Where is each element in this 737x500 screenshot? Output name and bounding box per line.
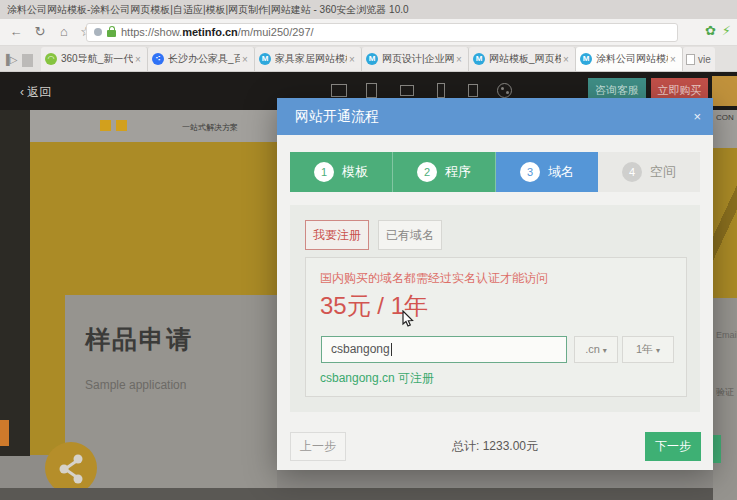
tab-close-icon[interactable]: × — [561, 54, 571, 65]
dialog-header: 网站开通流程 × — [277, 98, 713, 135]
mouse-cursor-icon — [402, 310, 415, 327]
tab-close-icon[interactable]: × — [668, 54, 678, 65]
sidebar-toggle-icon[interactable]: ▐▷ — [0, 49, 20, 71]
lock-icon — [107, 26, 116, 37]
document-icon — [686, 54, 695, 65]
browser-tab-site-template[interactable]: M 网站模板_网页模 × — [469, 47, 576, 71]
edge-banner-fragment — [713, 148, 737, 298]
chevron-down-icon: ▾ — [603, 346, 607, 355]
tab-register-domain[interactable]: 我要注册 — [305, 220, 369, 250]
step-indicator: 1 模板 2 程序 3 域名 4 空间 — [290, 152, 700, 192]
edge-email-text: Email — [716, 330, 737, 340]
side-widget-fragment — [0, 420, 9, 446]
step-program[interactable]: 2 程序 — [393, 152, 496, 192]
dialog-title: 网站开通流程 — [295, 98, 379, 135]
tab-close-icon[interactable]: × — [133, 54, 143, 65]
address-bar: ← ↻ ⌂ ☆ https://show.metinfo.cn/m/mui250… — [0, 19, 737, 46]
mini-device-icon[interactable] — [468, 84, 478, 97]
share-icon — [45, 442, 97, 494]
share-button[interactable] — [45, 442, 97, 494]
edge-form-fragment: Email 验证 — [713, 298, 737, 500]
laptop-device-icon[interactable] — [400, 85, 414, 96]
step-space[interactable]: 4 空间 — [598, 152, 700, 192]
chevron-down-icon: ▾ — [656, 346, 660, 355]
url-field[interactable]: https://show.metinfo.cn/m/mui250/297/ — [86, 23, 678, 42]
sample-subtitle: Sample application — [85, 378, 186, 392]
page-left-dark-column — [0, 110, 30, 456]
tab-strip: ▐▷ ◠ 360导航_新一代 × ⁖ 长沙办公家具_百 × M 家具家居网站模板… — [0, 46, 737, 72]
logo-tagline: 一站式解决方案 — [182, 122, 238, 133]
term-select[interactable]: 1年▾ — [622, 336, 674, 363]
360-favicon: ◠ — [45, 53, 57, 65]
previous-step-button[interactable]: 上一步 — [290, 432, 346, 461]
top-right-banner-fragment — [712, 76, 737, 106]
domain-input[interactable]: csbangong — [321, 336, 567, 363]
close-icon[interactable]: × — [693, 98, 701, 135]
browser-tab-furniture[interactable]: ⁖ 长沙办公家具_百 × — [148, 47, 255, 71]
site-dot-icon — [94, 28, 102, 36]
edge-submit-fragment — [713, 435, 721, 463]
availability-message: csbangong.cn 可注册 — [320, 370, 434, 387]
tablet-device-icon[interactable] — [366, 83, 377, 98]
metinfo-favicon: M — [366, 53, 378, 65]
lightning-icon[interactable]: ⚡ — [722, 23, 731, 38]
next-step-button[interactable]: 下一步 — [645, 432, 701, 461]
tab-own-domain[interactable]: 已有域名 — [378, 220, 442, 250]
metinfo-favicon: M — [580, 53, 592, 65]
refresh-icon[interactable]: ↻ — [30, 22, 50, 42]
addressbar-extensions: ✿⚡ — [699, 23, 731, 38]
step-domain[interactable]: 3 域名 — [496, 152, 598, 192]
back-to-list-link[interactable]: ‹ 返回 — [20, 84, 51, 101]
color-palette-icon[interactable] — [497, 83, 512, 98]
site-header-strip: 一站式解决方案 — [30, 110, 277, 142]
speed-wheel-icon[interactable]: ✿ — [705, 23, 716, 38]
metinfo-favicon: M — [473, 53, 485, 65]
home-icon[interactable]: ⌂ — [54, 22, 74, 42]
metinfo-favicon: M — [259, 53, 271, 65]
baidu-favicon: ⁖ — [152, 53, 164, 65]
edge-verify-text: 验证 — [716, 386, 734, 399]
sample-title: 样品申请 — [85, 323, 193, 356]
register-domain-box: 国内购买的域名都需经过实名认证才能访问 35元 / 1年 csbangong .… — [305, 257, 687, 397]
edge-contact-text: CON — [716, 113, 734, 122]
tab-close-icon[interactable]: × — [240, 54, 250, 65]
tab-close-icon[interactable]: × — [347, 54, 357, 65]
url-path: /m/mui250/297/ — [238, 26, 314, 38]
url-domain: metinfo.cn — [182, 26, 238, 38]
tab-list-icon[interactable] — [22, 54, 33, 67]
text-caret — [391, 343, 392, 356]
logo-square-icon — [116, 120, 127, 131]
desktop-device-icon[interactable] — [331, 84, 347, 97]
back-icon[interactable]: ← — [6, 22, 26, 42]
window-title: 涂料公司网站模板-涂料公司网页模板|自适应|模板|网页制作|网站建站 - 360… — [0, 0, 737, 19]
edge-header-fragment: CON — [713, 110, 737, 148]
tld-select[interactable]: .cn▾ — [574, 336, 618, 363]
url-prefix: https://show. — [121, 26, 182, 38]
realname-notice: 国内购买的域名都需经过实名认证才能访问 — [320, 270, 548, 287]
logo-square-icon — [100, 120, 111, 131]
browser-tab-home-template[interactable]: M 家具家居网站模板 × — [255, 47, 362, 71]
phone-device-icon[interactable] — [437, 83, 445, 98]
page-bottom-strip — [0, 488, 737, 500]
website-setup-dialog: 网站开通流程 × 1 模板 2 程序 3 域名 4 空间 我要注册 已有域名 国… — [277, 98, 713, 470]
tab-close-icon[interactable]: × — [454, 54, 464, 65]
browser-tab-360nav[interactable]: ◠ 360导航_新一代 × — [41, 47, 148, 71]
browser-tab-webdesign[interactable]: M 网页设计|企业网 × — [362, 47, 469, 71]
browser-tab-paint-template-active[interactable]: M 涂料公司网站模板 × — [576, 47, 683, 71]
step-template[interactable]: 1 模板 — [290, 152, 393, 192]
domain-section: 我要注册 已有域名 国内购买的域名都需经过实名认证才能访问 35元 / 1年 c… — [290, 205, 700, 412]
browser-tab-partial[interactable]: vie — [683, 47, 715, 71]
